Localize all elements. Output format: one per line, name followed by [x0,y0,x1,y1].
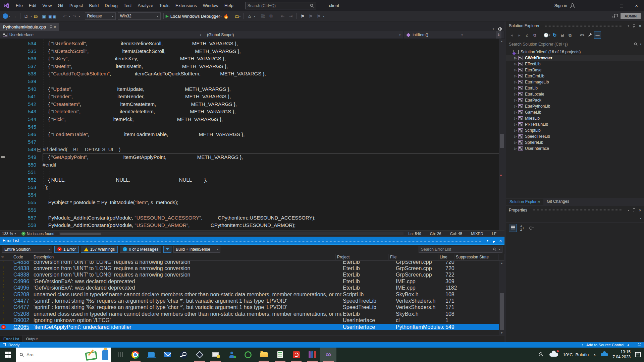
admin-button[interactable]: ADMIN [621,13,641,19]
close-button[interactable]: × [629,0,644,11]
expander-icon[interactable]: ▷ [513,123,518,126]
categorized-icon[interactable] [509,224,517,232]
project-node-eterlib[interactable]: ▷EterLib [506,85,644,91]
indent-decrease-icon[interactable]: ⇤ [279,12,286,20]
next-bookmark-icon[interactable]: ⚑ [315,12,322,20]
menu-view[interactable]: View [39,3,55,8]
bottom-tab-error-list[interactable]: Error List [0,336,23,342]
expander-icon[interactable]: ▷ [513,111,518,114]
error-list-search-box[interactable]: Search Error List ▾ [419,246,502,253]
menu-tools[interactable]: Tools [156,3,172,8]
error-list-row[interactable]: C4996'GetVersionExA': was declared depre… [0,285,504,291]
find-in-files-icon[interactable]: 🗀⌕ [234,12,241,20]
minimize-button[interactable]: ─ [599,0,614,11]
expander-icon[interactable]: ▷ [513,117,518,120]
navigate-forward-icon[interactable]: → [11,12,18,20]
project-node-effectlib[interactable]: ▷EffectLib [506,61,644,67]
start-debugging-button[interactable]: ▶Local Windows Debugger▾ [166,12,222,20]
expander-icon[interactable]: ▷ [513,74,518,78]
expander-icon[interactable]: ▷ [513,56,518,60]
expander-icon[interactable]: ▷ [513,129,518,132]
tray-expand-chevron-icon[interactable]: ∧ [593,353,596,357]
error-list-scrollbar[interactable]: ▲ ▼ [499,261,504,335]
close-icon[interactable]: × [499,239,502,243]
code-editor[interactable]: 534 { "IsRefineScroll", itemIsRefineScro… [0,39,504,230]
code-line[interactable]: 555 PyObject * poModule = Py_InitModule(… [0,199,504,206]
column-header-file[interactable]: File [389,254,438,261]
back-icon[interactable]: ◂ [508,32,515,39]
errors-filter-button[interactable]: ✕1 Error [54,246,79,253]
bottom-tab-output[interactable]: Output [23,336,41,342]
close-icon[interactable]: × [639,24,641,28]
menu-project[interactable]: Project [66,3,86,8]
severity-column-header[interactable]: ▾! [0,254,12,261]
onedrive-icon[interactable] [601,353,608,356]
code-line[interactable]: 537 { "IsMetin", itemIsMetin, METH_VARAR… [0,63,504,70]
split-window-grip[interactable]: ⇕ [496,31,501,39]
column-header-description[interactable]: Description [32,254,336,261]
project-node-eterpythonlib[interactable]: ▷EterPythonLib [506,103,644,109]
menu-debug[interactable]: Debug [102,3,120,8]
scroll-up-icon[interactable]: ▲ [499,261,504,265]
scrollbar-thumb[interactable] [500,134,504,148]
pending-changes-filter-icon[interactable]: 🕐▾ [543,32,550,39]
code-line[interactable]: 543 { "DeleteItem", itemDeleteItem, METH… [0,108,504,116]
pin-icon[interactable] [49,25,52,29]
error-list-row[interactable]: C5208unnamed class used in typedef name … [0,291,504,298]
breadcrumb-method-dropdown[interactable]: initItem() ▾ ⇕ [404,31,504,39]
code-line[interactable]: 539 [0,78,504,85]
properties-object-combo[interactable]: ▾ [506,215,644,223]
properties-title-bar[interactable]: Properties ▾ × [506,206,644,215]
solution-home-icon[interactable]: ⌂ [246,12,253,20]
solution-node[interactable]: Solution 'client' (16 of 16 projects) [506,49,644,55]
maximize-button[interactable] [614,0,629,11]
properties-wrench-icon[interactable] [586,32,593,39]
show-all-files-icon[interactable]: ⧉ [567,32,574,39]
scroll-up-icon[interactable]: ▲ [499,39,504,44]
start-button[interactable] [0,348,16,362]
mail-taskbar-button[interactable] [159,348,175,362]
expander-icon[interactable]: ▷ [513,105,518,108]
code-line[interactable]: 538 { "CanAddToQuickSlotItem", itemCanAd… [0,70,504,78]
indent-increase-icon[interactable]: ⇥ [287,12,294,20]
code-line[interactable]: 544 { "Pick", itemPick, METH_VARARGS }, [0,116,504,123]
scope-filter-combo[interactable]: Entire Solution▾ [2,246,52,253]
view-code-icon[interactable]: <> [579,32,586,39]
menu-edit[interactable]: Edit [26,3,39,8]
build-filter-combo[interactable]: Build + IntelliSense▾ [173,246,220,253]
error-list-row[interactable]: C4477'sprintf' : format string '%s' requ… [0,304,504,311]
warnings-filter-button[interactable]: 157 Warnings [81,246,118,253]
window-position-chevron-icon[interactable]: ▾ [628,24,629,27]
column-header-project[interactable]: Project [336,254,389,261]
alphabetical-sort-icon[interactable]: AZ↓ [518,224,526,232]
code-line[interactable]: 540 { "Update", itemUpdate, METH_VARARGS… [0,85,504,93]
project-node-eterpack[interactable]: ▷EterPack [506,97,644,103]
code-line[interactable]: 552 { NULL, NULL, NULL }, [0,176,504,184]
project-node-eterimagelib[interactable]: ▷EterImageLib [506,79,644,85]
pin-icon[interactable] [492,239,495,243]
people-icon[interactable] [539,352,545,357]
new-file-icon[interactable]: 🗋 [22,12,30,20]
steam-taskbar-button[interactable] [175,348,192,362]
expander-icon[interactable]: ▷ [513,68,518,72]
editor-vertical-scrollbar[interactable]: ▲ [499,39,504,230]
menu-test[interactable]: Test [121,3,135,8]
taskbar-search-box[interactable]: Ara [16,348,111,362]
solution-explorer-title-bar[interactable]: Solution Explorer ▾ × [506,21,644,30]
tab-list-chevron-icon[interactable]: ▾ [493,27,494,31]
messages-filter-button[interactable]: i0 of 2 Messages [120,246,161,253]
project-node-cwebbrowser[interactable]: ▷CWebBrowser [506,55,644,61]
code-line[interactable]: 556 [0,206,504,214]
notifications-bell-icon[interactable] [638,343,641,347]
preview-selected-items-icon[interactable]: — [594,32,601,39]
breadcrumb-project-dropdown[interactable]: UserInterface ▾ [0,31,204,39]
winrar-taskbar-button[interactable] [304,348,320,362]
tab-pythonitemmodule[interactable]: PythonItemModule.cpp × [0,23,59,31]
save-all-icon[interactable]: ▣▣ [48,12,57,20]
error-list-row[interactable]: D9002ignoring unknown option '/LTCG'User… [0,317,504,324]
navigate-back-icon[interactable]: ←▾ [3,12,10,20]
window-position-chevron-icon[interactable]: ▾ [628,209,629,212]
code-line[interactable]: 536 { "IsKey", itemIsKey, METH_VARARGS }… [0,55,504,63]
expander-icon[interactable]: ▷ [513,135,518,138]
code-line[interactable]: 546 { "LoadItemTable", itemLoadItemTable… [0,131,504,138]
